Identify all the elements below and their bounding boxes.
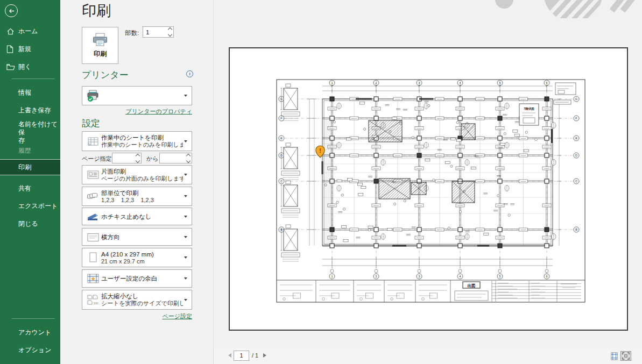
svg-text:7階伏図: 7階伏図 — [524, 107, 534, 111]
duplex-dropdown[interactable]: 片面印刷 ページの片面のみを印刷します — [82, 165, 192, 184]
spinner-arrows[interactable] — [134, 153, 141, 163]
printer-selector[interactable] — [82, 86, 192, 105]
preview-pager-bar: 1 / 1 — [214, 348, 642, 364]
sheet-icon — [86, 134, 101, 148]
preview-page: 112233445566GGFFEEDDCCBB7階伏図出図! — [229, 47, 628, 331]
margins-dropdown[interactable]: ユーザー設定の余白 — [82, 269, 192, 288]
svg-text:1: 1 — [331, 275, 333, 278]
scaling-dropdown[interactable]: 100 拡大縮小なし シートを実際のサイズで印刷します — [82, 290, 192, 310]
copies-label: 部数: — [125, 29, 139, 37]
svg-text:出図: 出図 — [468, 283, 476, 288]
left-arrow-icon — [8, 8, 15, 15]
sidebar-item-print[interactable]: 印刷 — [0, 159, 60, 175]
zoom-to-page-button[interactable] — [620, 351, 631, 361]
scale-100-icon: 100 — [86, 293, 101, 307]
show-margins-button[interactable] — [609, 351, 619, 361]
print-what-dropdown[interactable]: 作業中のシートを印刷 作業中のシートのみを印刷します — [82, 131, 192, 151]
page-from-stepper[interactable] — [112, 153, 142, 163]
back-button[interactable] — [5, 4, 18, 17]
copies-stepper[interactable]: 1 — [143, 26, 174, 38]
chevron-down-icon — [184, 174, 187, 176]
spinner-arrows[interactable] — [166, 27, 173, 37]
print-settings-panel: 印刷 印刷 部数: 1 プリンター i — [60, 0, 214, 364]
landscape-icon — [86, 230, 101, 244]
current-page-input[interactable]: 1 — [234, 351, 249, 361]
collated-pages-icon — [86, 189, 101, 203]
sidebar-item-history: 履歴 — [0, 144, 60, 157]
chevron-down-icon — [184, 256, 187, 259]
chevron-down-icon — [184, 277, 187, 280]
svg-text:G: G — [575, 97, 577, 101]
chevron-down-icon — [184, 195, 187, 197]
chevron-down-icon — [184, 95, 187, 97]
sidebar-item-save-as[interactable]: 名前を付けて保 存 — [0, 120, 60, 145]
svg-text:6: 6 — [546, 275, 547, 278]
svg-text:3: 3 — [418, 275, 420, 278]
previous-page-button[interactable] — [228, 353, 231, 358]
svg-text:!: ! — [319, 147, 321, 154]
copies-value: 1 — [143, 29, 166, 35]
printer-properties-link[interactable]: プリンターのプロパティ — [82, 108, 192, 116]
a4-page-icon — [86, 251, 101, 265]
page-range-to-word: から — [146, 155, 159, 163]
collate-dropdown[interactable]: 部単位で印刷 1,2,3 1,2,3 1,2,3 — [82, 187, 192, 206]
page-to-stepper[interactable] — [159, 153, 192, 163]
print-button[interactable]: 印刷 — [82, 27, 118, 64]
page-range-label: ページ指定: — [82, 155, 114, 163]
svg-text:E: E — [280, 137, 283, 140]
new-doc-icon — [6, 45, 15, 53]
svg-text:C: C — [575, 180, 577, 183]
margins-toggle-icon — [610, 352, 618, 360]
sidebar-item-info[interactable]: 情報 — [0, 86, 60, 99]
sidebar-item-share[interactable]: 共有 — [0, 182, 60, 195]
next-page-button[interactable] — [263, 353, 266, 358]
sidebar-item-options[interactable]: オプション — [0, 344, 60, 356]
sidebar-item-close[interactable]: 閉じる — [0, 217, 60, 230]
svg-text:5: 5 — [499, 275, 500, 278]
chevron-down-icon — [184, 140, 187, 142]
sidebar-item-label: 新規 — [18, 45, 31, 53]
svg-text:D: D — [575, 154, 577, 157]
paper-size-dropdown[interactable]: A4 (210 x 297 mm) 21 cm x 29.7 cm — [82, 248, 192, 267]
backstage-sidebar: ホーム 新規 開く 情報 上書き保存 名前を付けて保 存 履歴 印刷 — [0, 0, 60, 364]
excel-backstage-print: ホーム 新規 開く 情報 上書き保存 名前を付けて保 存 履歴 印刷 — [0, 0, 642, 364]
info-icon[interactable]: i — [186, 70, 193, 77]
margins-icon — [86, 272, 101, 286]
one-sided-icon — [86, 168, 101, 182]
svg-text:100: 100 — [94, 301, 98, 304]
svg-text:4: 4 — [459, 275, 461, 278]
watermark-logo — [484, 0, 642, 18]
chevron-down-icon — [184, 216, 187, 218]
printer-heading: プリンター — [82, 69, 129, 81]
orientation-dropdown[interactable]: 横方向 — [82, 228, 192, 246]
staple-dropdown[interactable]: ホチキス止めなし — [82, 208, 192, 225]
print-preview-pane: 112233445566GGFFEEDDCCBB7階伏図出図! 1 / 1 — [214, 0, 642, 364]
svg-text:B: B — [575, 228, 577, 231]
print-preview-drawing: 112233445566GGFFEEDDCCBB7階伏図出図! — [230, 48, 627, 330]
sidebar-item-open[interactable]: 開く — [0, 60, 60, 73]
chevron-down-icon — [184, 236, 187, 238]
sidebar-item-home[interactable]: ホーム — [0, 25, 60, 38]
sidebar-item-account[interactable]: アカウント — [0, 326, 60, 339]
settings-heading: 設定 — [82, 117, 100, 130]
svg-text:E: E — [575, 137, 577, 140]
page-count-label: / 1 — [252, 352, 258, 359]
sidebar-item-new[interactable]: 新規 — [0, 42, 60, 55]
stapler-icon — [86, 210, 101, 224]
sidebar-item-export[interactable]: エクスポート — [0, 199, 60, 212]
printer-status-icon — [86, 89, 101, 102]
sidebar-divider — [12, 78, 55, 79]
chevron-down-icon — [184, 299, 187, 301]
printer-icon — [91, 32, 109, 48]
page-setup-link[interactable]: ページ設定 — [82, 312, 192, 320]
sidebar-divider — [12, 318, 55, 319]
svg-text:2: 2 — [375, 275, 377, 278]
page-title: 印刷 — [82, 1, 111, 20]
print-button-label: 印刷 — [94, 49, 107, 59]
spinner-arrows[interactable] — [185, 153, 192, 163]
home-icon — [6, 27, 15, 35]
svg-text:C: C — [280, 180, 283, 183]
sidebar-item-label: ホーム — [18, 27, 38, 35]
zoom-to-page-icon — [622, 352, 630, 360]
sidebar-item-save[interactable]: 上書き保存 — [0, 104, 60, 117]
